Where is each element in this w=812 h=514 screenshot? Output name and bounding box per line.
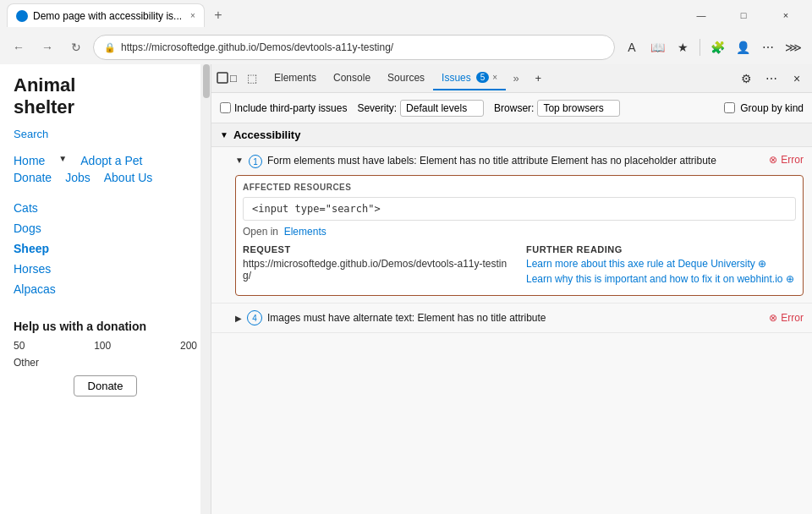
url-text: https://microsoftedge.github.io/Demos/de…	[121, 41, 604, 53]
animal-horses[interactable]: Horses	[14, 259, 197, 279]
separator	[700, 39, 700, 56]
add-tab-button[interactable]: +	[526, 67, 550, 90]
third-party-checkbox[interactable]	[220, 102, 231, 113]
address-bar: ← → ↻ 🔒 https://microsoftedge.github.io/…	[0, 30, 812, 64]
tab-close-button[interactable]: ×	[190, 11, 195, 20]
animal-dogs[interactable]: Dogs	[14, 218, 197, 238]
other-label: Other	[14, 357, 197, 369]
elements-link[interactable]: Elements	[284, 226, 326, 238]
site-header: Animal shelter Search	[0, 64, 211, 154]
scroll-thumb[interactable]	[203, 64, 210, 98]
search-link[interactable]: Search	[14, 124, 197, 144]
inspect-element-button[interactable]: □	[215, 67, 239, 90]
request-url: https://microsoftedge.github.io/Demos/de…	[243, 258, 513, 282]
error-icon-2: ⊗	[769, 312, 777, 324]
request-column: REQUEST https://microsoftedge.github.io/…	[243, 244, 513, 288]
nav-about[interactable]: About Us	[104, 171, 153, 184]
browser-filter: Browser: Top browsers	[494, 100, 620, 117]
nav-row-2: Donate Jobs About Us	[14, 171, 197, 184]
browser-select-wrapper: Top browsers	[537, 100, 620, 117]
severity-select[interactable]: Default levels	[400, 100, 484, 117]
request-label: REQUEST	[243, 244, 513, 254]
tab-console[interactable]: Console	[325, 67, 379, 90]
animal-cats[interactable]: Cats	[14, 198, 197, 218]
accessibility-section-header[interactable]: ▼ Accessibility	[211, 123, 812, 147]
error-icon: ⊗	[769, 154, 777, 166]
sidebar-icon[interactable]: ⋙	[782, 36, 805, 59]
browser-label: Browser:	[494, 102, 534, 114]
third-party-filter[interactable]: Include third-party issues	[220, 102, 347, 114]
nav-row-1: Home ▼ Adopt a Pet	[14, 154, 197, 167]
section-title: Accessibility	[233, 128, 301, 141]
browser-chrome: Demo page with accessibility is... × + —…	[0, 0, 812, 64]
active-tab[interactable]: Demo page with accessibility is... ×	[7, 3, 205, 27]
error-label-2: Error	[781, 312, 804, 324]
reader-icon[interactable]: A	[620, 36, 644, 59]
amount-100: 100	[94, 340, 111, 352]
devtools-settings-button[interactable]: ⚙	[734, 67, 758, 90]
website-panel: Animal shelter Search Home ▼ Adopt a Pet…	[0, 64, 211, 514]
logo-line1: Animal	[14, 74, 197, 96]
device-emulation-button[interactable]: ⬚	[240, 67, 264, 90]
group-by-filter: Group by kind	[724, 102, 804, 114]
issue-row-images-alt[interactable]: ▶ 4 Images must have alternate text: Ele…	[211, 303, 812, 333]
svg-rect-1	[217, 73, 228, 83]
nav-arrow: ▼	[58, 154, 67, 167]
animal-list: CatsDogsSheepHorsesAlpacas	[0, 188, 211, 309]
more-tabs-button[interactable]: »	[506, 68, 526, 89]
issue-expand-arrow: ▼	[235, 156, 244, 165]
tab-sources[interactable]: Sources	[379, 67, 433, 90]
favorites-icon[interactable]: ★	[671, 36, 694, 59]
tab-strip: Demo page with accessibility is... × +	[7, 3, 682, 27]
browser-select[interactable]: Top browsers	[537, 100, 620, 117]
issue-number-badge: 1	[249, 155, 262, 168]
tab-elements[interactable]: Elements	[266, 67, 325, 90]
animal-sheep[interactable]: Sheep	[14, 238, 197, 259]
issue-text-1: Form elements must have labels: Element …	[267, 154, 762, 168]
deque-link[interactable]: Learn more about this axe rule at Deque …	[526, 258, 796, 270]
extensions-icon[interactable]: 🧩	[705, 36, 729, 59]
donation-section: Help us with a donation 50100200 Other D…	[0, 309, 211, 407]
donate-button[interactable]: Donate	[74, 375, 138, 396]
tab-issues[interactable]: Issues 5 ×	[433, 67, 506, 90]
nav-donate[interactable]: Donate	[14, 171, 52, 184]
profile-icon[interactable]: 👤	[731, 36, 754, 59]
issue-header-1[interactable]: ▼ 1 Form elements must have labels: Elem…	[235, 154, 804, 168]
scrollbar[interactable]	[200, 64, 211, 514]
toolbar-icons: A 📖 ★ 🧩 👤 ⋯ ⋙	[620, 36, 805, 59]
minimize-button[interactable]: —	[682, 3, 721, 27]
issue-number-badge-2: 4	[247, 310, 262, 325]
code-snippet: <input type="search">	[243, 197, 796, 221]
devtools-toolbar: □ ⬚ Elements Console Sources Issues 5 × …	[211, 64, 812, 93]
tab-issues-close[interactable]: ×	[492, 73, 497, 82]
logo-line2: shelter	[14, 96, 197, 118]
back-button[interactable]: ←	[7, 36, 30, 59]
severity-select-wrapper: Default levels	[400, 100, 484, 117]
close-button[interactable]: ×	[766, 3, 805, 27]
new-tab-button[interactable]: +	[208, 5, 228, 25]
amount-50: 50	[14, 340, 25, 352]
animal-alpacas[interactable]: Alpacas	[14, 279, 197, 299]
title-bar: Demo page with accessibility is... × + —…	[0, 0, 812, 30]
affected-label: AFFECTED RESOURCES	[243, 183, 796, 192]
devtools-dock-button[interactable]: ⋯	[760, 67, 783, 90]
nav-jobs[interactable]: Jobs	[65, 171, 91, 184]
webhint-link[interactable]: Learn why this is important and how to f…	[526, 273, 796, 285]
devtools-panel: □ ⬚ Elements Console Sources Issues 5 × …	[211, 64, 812, 514]
read-aloud-icon[interactable]: 📖	[645, 36, 669, 59]
deque-link-text: Learn more about this axe rule at Deque …	[526, 258, 766, 270]
main-layout: Animal shelter Search Home ▼ Adopt a Pet…	[0, 64, 812, 514]
lock-icon: 🔒	[104, 42, 116, 53]
issues-badge: 5	[476, 72, 490, 83]
issue-text-2: Images must have alternate text: Element…	[267, 311, 762, 325]
url-bar[interactable]: 🔒 https://microsoftedge.github.io/Demos/…	[93, 35, 615, 60]
forward-button[interactable]: →	[36, 36, 59, 59]
devtools-toolbar-right: ⚙ ⋯ ×	[734, 67, 809, 90]
refresh-button[interactable]: ↻	[64, 36, 88, 59]
group-by-checkbox[interactable]	[724, 102, 735, 113]
nav-home[interactable]: Home	[14, 154, 45, 167]
nav-adopt[interactable]: Adopt a Pet	[80, 154, 142, 167]
maximize-button[interactable]: □	[724, 3, 763, 27]
devtools-close-button[interactable]: ×	[785, 67, 809, 90]
more-menu-icon[interactable]: ⋯	[756, 36, 780, 59]
